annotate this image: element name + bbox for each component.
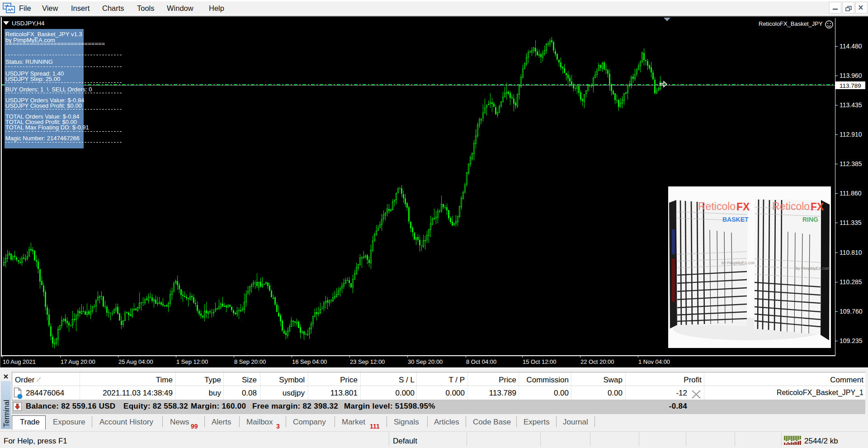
svg-text:FX: FX <box>811 201 824 213</box>
svg-text:Reticolo: Reticolo <box>772 200 810 212</box>
svg-text:BASKET: BASKET <box>722 216 749 223</box>
svg-text:RING: RING <box>802 216 818 223</box>
svg-text:by PimpMyEA.com: by PimpMyEA.com <box>722 261 756 265</box>
svg-text:by PimpMyEA.com: by PimpMyEA.com <box>796 266 830 271</box>
svg-text:FX: FX <box>736 201 750 213</box>
svg-text:Reticolo: Reticolo <box>698 200 736 212</box>
